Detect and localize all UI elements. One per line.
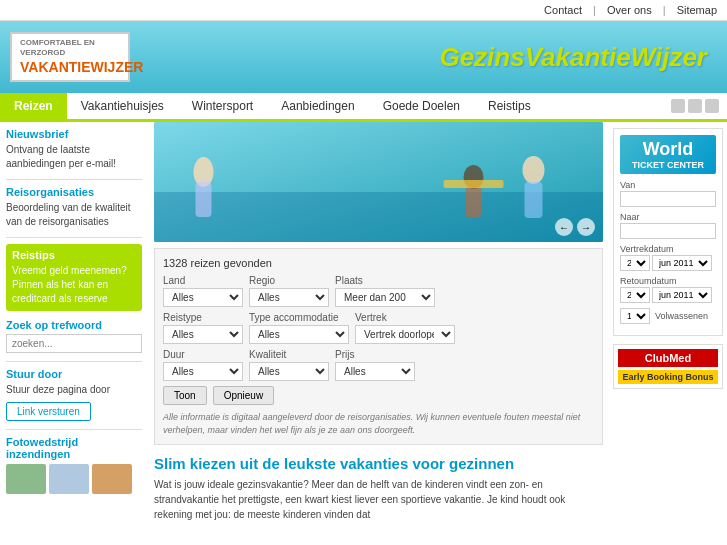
world-ticket-logo: World TICKET CENTER [620,135,716,174]
nieuwsbrief-title: Nieuwsbrief [6,128,142,140]
naar-label: Naar [620,212,716,222]
logo-brand: VAKANTIEWIJZER [20,58,120,76]
club-med-box: ClubMed Early Booking Bonus [613,344,723,389]
nav-reistips[interactable]: Reistips [474,93,545,119]
link-versturen-button[interactable]: Link versturen [6,402,91,421]
contact-link[interactable]: Contact [544,4,582,16]
form-row-2: Reistype Alles Type accommodatie Alles V… [163,312,594,344]
sidebar-zoek: Zoek op trefwoord [6,319,142,353]
form-buttons-row: Toon Opnieuw [163,386,594,405]
sitemap-link[interactable]: Sitemap [677,4,717,16]
result-count: 1328 reizen gevonden [163,257,594,269]
vertrekdatum-day[interactable]: 20 [620,255,650,271]
fotowedstrijd-title: Fotowedstrijd inzendingen [6,436,142,460]
type-accom-group: Type accommodatie Alles [249,312,349,344]
vertrekdatum-month[interactable]: jun 2011 [652,255,712,271]
plaats-label: Plaats [335,275,435,286]
svg-rect-5 [444,180,504,188]
reistips-title: Reistips [12,249,136,261]
top-bar: Contact | Over ons | Sitemap [0,0,727,21]
foto-thumb-3 [92,464,132,494]
logo: COMFORTABEL EN VERZORGD VAKANTIEWIJZER [10,32,130,83]
foto-thumb-2 [49,464,89,494]
duur-select[interactable]: Alles [163,362,243,381]
nieuwsbrief-text: Ontvang de laatste aanbiedingen per e-ma… [6,143,142,171]
sidebar: Nieuwsbrief Ontvang de laatste aanbiedin… [0,122,148,526]
kwaliteit-label: Kwaliteit [249,349,329,360]
reistips-text: Vreemd geld meenemen? Pinnen als het kan… [12,264,136,306]
nav-icon-1[interactable] [671,99,685,113]
world-logo-ticket: TICKET CENTER [626,160,710,170]
form-row-1: Land Alles Regio Alles Plaats Meer dan 2… [163,275,594,307]
land-label: Land [163,275,243,286]
nav-vakantiehuisjes[interactable]: Vakantiehuisjes [67,93,178,119]
logo-tagline: COMFORTABEL EN VERZORGD [20,38,120,59]
sidebar-stuur: Stuur door Stuur deze pagina door Link v… [6,368,142,421]
nav-wintersport[interactable]: Wintersport [178,93,267,119]
retoumdatum-label: Retoumdatum [620,276,716,286]
svg-rect-7 [525,182,543,218]
hero-prev[interactable]: ← [555,218,573,236]
reistype-group: Reistype Alles [163,312,243,344]
search-form: 1328 reizen gevonden Land Alles Regio Al… [154,248,603,445]
prijs-label: Prijs [335,349,415,360]
svg-rect-4 [466,187,482,217]
type-accom-label: Type accommodatie [249,312,349,323]
nav-icons [671,93,727,119]
nav-reizen[interactable]: Reizen [0,93,67,119]
sidebar-reisorganisaties: Reisorganisaties Beoordeling van de kwal… [6,186,142,229]
world-ticket-box: World TICKET CENTER Van Naar Vertrekdatu… [613,128,723,336]
header: COMFORTABEL EN VERZORGD VAKANTIEWIJZER G… [0,21,727,93]
retoumdatum-day[interactable]: 26 [620,287,650,303]
toon-button[interactable]: Toon [163,386,207,405]
prijs-select[interactable]: Alles [335,362,415,381]
land-group: Land Alles [163,275,243,307]
vertrekdatum-row: 20 jun 2011 [620,255,716,271]
regio-label: Regio [249,275,329,286]
hero-next[interactable]: → [577,218,595,236]
plaats-group: Plaats Meer dan 200 [335,275,435,307]
type-accom-select[interactable]: Alles [249,325,349,344]
sidebar-reistips: Reistips Vreemd geld meenemen? Pinnen al… [6,244,142,311]
foto-thumb-1 [6,464,46,494]
reisorganisaties-text: Beoordeling van de kwaliteit van de reis… [6,201,142,229]
bottom-section: Slim kiezen uit de leukste vakanties voo… [154,451,603,526]
foto-thumbs [6,464,142,494]
hero-controls: ← → [555,218,595,236]
vertrekdatum-label: Vertrekdatum [620,244,716,254]
sidebar-fotowedstrijd: Fotowedstrijd inzendingen [6,436,142,494]
stuur-text: Stuur deze pagina door [6,383,142,397]
reistype-select[interactable]: Alles [163,325,243,344]
van-label: Van [620,180,716,190]
nav-icon-2[interactable] [688,99,702,113]
van-input[interactable] [620,191,716,207]
early-booking-text: Early Booking Bonus [618,370,718,384]
naar-input[interactable] [620,223,716,239]
volwassenen-row: 1 Volwassenen [620,308,716,324]
nav-aanbiedingen[interactable]: Aanbiedingen [267,93,368,119]
vertrek-select[interactable]: Vertrek doorlopend [355,325,455,344]
club-med-logo: ClubMed [618,349,718,367]
sep1: | [593,4,596,16]
world-logo-world: World [643,139,694,159]
main-layout: Nieuwsbrief Ontvang de laatste aanbiedin… [0,122,727,526]
hero-image: ← → [154,122,603,242]
nav-icon-3[interactable] [705,99,719,113]
over-ons-link[interactable]: Over ons [607,4,652,16]
plaats-select[interactable]: Meer dan 200 [335,288,435,307]
kwaliteit-select[interactable]: Alles [249,362,329,381]
vertrek-label: Vertrek [355,312,455,323]
volwassenen-select[interactable]: 1 [620,308,650,324]
regio-select[interactable]: Alles [249,288,329,307]
nav-goede-doelen[interactable]: Goede Doelen [369,93,474,119]
sep2: | [663,4,666,16]
zoek-title: Zoek op trefwoord [6,319,142,331]
retoumdatum-month[interactable]: jun 2011 [652,287,712,303]
opnieuw-button[interactable]: Opnieuw [213,386,274,405]
svg-rect-2 [196,182,212,217]
bottom-title: Slim kiezen uit de leukste vakanties voo… [154,455,603,472]
land-select[interactable]: Alles [163,288,243,307]
search-input[interactable] [6,334,142,353]
sidebar-nieuwsbrief: Nieuwsbrief Ontvang de laatste aanbiedin… [6,128,142,171]
volwassenen-label: Volwassenen [655,311,708,321]
